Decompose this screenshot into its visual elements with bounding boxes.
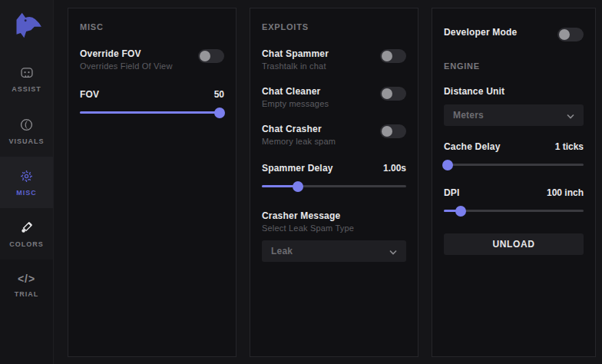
- cache-delay-slider[interactable]: [444, 160, 584, 170]
- unload-button-label: UNLOAD: [493, 239, 535, 250]
- toggle-knob: [382, 88, 392, 99]
- fov-slider-thumb[interactable]: [214, 108, 225, 118]
- robot-icon: [19, 66, 35, 80]
- spammer-delay-slider-thumb[interactable]: [293, 181, 303, 192]
- misc-panel: MISC Override FOV Overrides Field Of Vie…: [68, 8, 237, 357]
- toggle-knob: [382, 51, 392, 61]
- misc-section-header: MISC: [80, 22, 224, 31]
- cache-delay-slider-thumb[interactable]: [442, 160, 453, 170]
- override-fov-title: Override FOV: [80, 48, 173, 59]
- crasher-message-subtitle: Select Leak Spam Type: [262, 223, 406, 233]
- spammer-delay-slider-group: Spammer Delay 1.00s: [262, 163, 406, 192]
- dpi-slider-thumb[interactable]: [455, 206, 466, 217]
- exploits-panel: EXPLOITS Chat Spammer Trashtalk in chat …: [250, 8, 418, 357]
- gear-icon: [19, 169, 34, 184]
- engine-panel: Developer Mode ENGINE Distance Unit Mete…: [432, 8, 596, 357]
- chat-cleaner-title: Chat Cleaner: [262, 86, 329, 97]
- cache-delay-slider-group: Cache Delay 1 ticks: [444, 141, 584, 170]
- exploits-section-header: EXPLOITS: [262, 22, 406, 31]
- engine-section-header: ENGINE: [444, 61, 584, 71]
- fov-slider-group: FOV 50: [80, 89, 224, 118]
- cache-delay-value: 1 ticks: [555, 141, 584, 152]
- developer-mode-title: Developer Mode: [444, 27, 518, 38]
- override-fov-toggle[interactable]: [198, 49, 224, 63]
- chat-crasher-title: Chat Crasher: [262, 124, 336, 134]
- spammer-delay-slider[interactable]: [262, 181, 406, 192]
- sidebar: ASSIST VISUALS MISC: [0, 0, 54, 364]
- spammer-delay-value: 1.00s: [383, 163, 406, 174]
- toggle-knob: [559, 29, 570, 40]
- chat-cleaner-subtitle: Empty messages: [262, 99, 329, 108]
- unload-button[interactable]: UNLOAD: [444, 233, 584, 255]
- sidebar-item-label: COLORS: [9, 240, 44, 248]
- chat-spammer-subtitle: Trashtalk in chat: [262, 61, 329, 71]
- sidebar-item-visuals[interactable]: VISUALS: [0, 105, 53, 157]
- wolf-logo-icon: [10, 12, 44, 42]
- sidebar-item-label: VISUALS: [8, 137, 44, 145]
- chevron-down-icon: [567, 108, 574, 122]
- override-fov-row: Override FOV Overrides Field Of View: [80, 48, 224, 71]
- developer-mode-row: Developer Mode: [444, 27, 584, 41]
- fov-title: FOV: [80, 89, 99, 100]
- chevron-down-icon: [389, 244, 397, 258]
- dpi-title: DPI: [444, 187, 460, 198]
- dpi-value: 100 inch: [547, 187, 584, 198]
- sidebar-item-label: MISC: [16, 189, 37, 197]
- contrast-icon: [19, 117, 34, 132]
- dpi-slider-group: DPI 100 inch: [444, 187, 584, 217]
- chat-crasher-toggle[interactable]: [380, 124, 406, 138]
- toggle-knob: [200, 51, 210, 61]
- cache-delay-title: Cache Delay: [444, 141, 501, 152]
- sidebar-item-label: ASSIST: [12, 85, 41, 93]
- cheat-menu-window: ASSIST VISUALS MISC: [0, 0, 602, 364]
- crasher-message-selected: Leak: [271, 246, 293, 256]
- chat-spammer-toggle[interactable]: [380, 49, 406, 63]
- sidebar-item-label: TRIAL: [15, 290, 39, 298]
- chat-cleaner-row: Chat Cleaner Empty messages: [262, 86, 406, 108]
- sidebar-item-assist[interactable]: ASSIST: [0, 54, 53, 105]
- logo-block: [0, 0, 53, 54]
- fov-value: 50: [214, 89, 224, 100]
- eyedropper-icon: [19, 220, 34, 235]
- distance-unit-title: Distance Unit: [444, 86, 584, 97]
- sidebar-item-misc[interactable]: MISC: [0, 157, 53, 208]
- toggle-knob: [382, 126, 392, 137]
- override-fov-subtitle: Overrides Field Of View: [80, 61, 173, 71]
- distance-unit-dropdown[interactable]: Meters: [444, 104, 584, 126]
- sidebar-item-trial[interactable]: </> TRIAL: [0, 260, 53, 311]
- distance-unit-group: Distance Unit Meters: [444, 86, 584, 126]
- fov-slider[interactable]: [80, 108, 224, 118]
- crasher-message-dropdown[interactable]: Leak: [262, 240, 406, 262]
- chat-spammer-row: Chat Spammer Trashtalk in chat: [262, 48, 406, 71]
- sidebar-item-colors[interactable]: COLORS: [0, 208, 53, 260]
- code-icon: </>: [18, 273, 35, 285]
- chat-cleaner-toggle[interactable]: [380, 87, 406, 101]
- crasher-message-group: Crasher Message Select Leak Spam Type Le…: [262, 210, 406, 262]
- developer-mode-toggle[interactable]: [557, 28, 584, 41]
- dpi-slider[interactable]: [444, 206, 584, 217]
- spammer-delay-title: Spammer Delay: [262, 163, 333, 174]
- crasher-message-title: Crasher Message: [262, 210, 406, 221]
- chat-crasher-subtitle: Memory leak spam: [262, 137, 336, 146]
- chat-crasher-row: Chat Crasher Memory leak spam: [262, 124, 406, 146]
- distance-unit-selected: Meters: [453, 110, 484, 121]
- chat-spammer-title: Chat Spammer: [262, 48, 329, 59]
